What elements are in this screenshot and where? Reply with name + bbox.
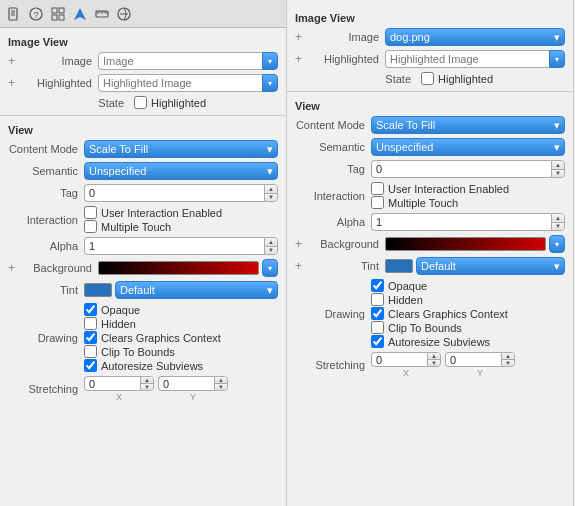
right-stretch-y-stepper: ▲ ▼ — [501, 352, 515, 367]
right-tint-swatch[interactable] — [385, 259, 413, 273]
right-alpha-label: Alpha — [295, 216, 365, 228]
right-background-swatch[interactable] — [385, 237, 546, 251]
left-stretch-y-down[interactable]: ▼ — [215, 383, 227, 390]
left-content-mode-select[interactable]: Scale To Fill ▾ — [84, 140, 278, 158]
left-semantic-select[interactable]: Unspecified ▾ — [84, 162, 278, 180]
right-alpha-up[interactable]: ▲ — [552, 214, 564, 222]
left-highlighted-select[interactable]: ▾ — [98, 74, 278, 92]
right-opaque-checkbox[interactable] — [371, 279, 384, 292]
right-stretch-y-input[interactable] — [445, 352, 501, 367]
right-clears-label[interactable]: Clears Graphics Context — [371, 307, 508, 320]
right-highlighted-arrow[interactable]: ▾ — [549, 50, 565, 68]
right-user-interaction-label[interactable]: User Interaction Enabled — [371, 182, 509, 195]
right-image-plus[interactable]: + — [295, 30, 305, 44]
left-highlighted-arrow[interactable]: ▾ — [262, 74, 278, 92]
right-opaque-label[interactable]: Opaque — [371, 279, 508, 292]
left-image-label: Image — [22, 55, 92, 67]
right-tag-up[interactable]: ▲ — [552, 161, 564, 169]
left-highlighted-input[interactable] — [98, 74, 262, 92]
right-hidden-checkbox[interactable] — [371, 293, 384, 306]
right-autoresize-checkbox[interactable] — [371, 335, 384, 348]
left-autoresize-label[interactable]: Autoresize Subviews — [84, 359, 221, 372]
left-autoresize-checkbox[interactable] — [84, 359, 97, 372]
right-clip-checkbox[interactable] — [371, 321, 384, 334]
right-clip-label[interactable]: Clip To Bounds — [371, 321, 508, 334]
left-background-swatch[interactable] — [98, 261, 259, 275]
right-hidden-label[interactable]: Hidden — [371, 293, 508, 306]
right-clip-text: Clip To Bounds — [388, 322, 462, 334]
left-tag-down[interactable]: ▼ — [265, 193, 277, 202]
left-tint-select[interactable]: Default ▾ — [115, 281, 278, 299]
left-clip-label[interactable]: Clip To Bounds — [84, 345, 221, 358]
right-highlighted-plus[interactable]: + — [295, 52, 305, 66]
left-clears-label[interactable]: Clears Graphics Context — [84, 331, 221, 344]
left-user-interaction-label[interactable]: User Interaction Enabled — [84, 206, 222, 219]
right-tag-input[interactable] — [371, 160, 551, 178]
right-autoresize-label[interactable]: Autoresize Subviews — [371, 335, 508, 348]
right-stretch-x-down[interactable]: ▼ — [428, 359, 440, 366]
left-tag-up[interactable]: ▲ — [265, 185, 277, 193]
right-background-arrow[interactable]: ▾ — [549, 235, 565, 253]
left-hidden-label[interactable]: Hidden — [84, 317, 221, 330]
right-tint-select[interactable]: Default ▾ — [416, 257, 565, 275]
right-image-label: Image — [309, 31, 379, 43]
right-view-header: View — [287, 96, 573, 114]
svg-marker-10 — [74, 8, 86, 20]
left-background-row: + Background ▾ — [0, 257, 286, 279]
left-stretch-x-input[interactable] — [84, 376, 140, 391]
grid-icon[interactable] — [50, 6, 66, 22]
left-multiple-touch-checkbox[interactable] — [84, 220, 97, 233]
circle-icon[interactable] — [116, 6, 132, 22]
left-image-input[interactable] — [98, 52, 262, 70]
right-semantic-select[interactable]: Unspecified ▾ — [371, 138, 565, 156]
left-clears-checkbox[interactable] — [84, 331, 97, 344]
left-hidden-checkbox[interactable] — [84, 317, 97, 330]
left-clip-checkbox[interactable] — [84, 345, 97, 358]
ruler-icon[interactable] — [94, 6, 110, 22]
left-content-mode-arrow: ▾ — [267, 143, 273, 156]
right-stretch-y-down[interactable]: ▼ — [502, 359, 514, 366]
left-background-arrow[interactable]: ▾ — [262, 259, 278, 277]
right-stretch-x-input[interactable] — [371, 352, 427, 367]
right-interaction-row: Interaction User Interaction Enabled Mul… — [287, 180, 573, 211]
question-icon[interactable]: ? — [28, 6, 44, 22]
right-alpha-input[interactable] — [371, 213, 551, 231]
left-user-interaction-text: User Interaction Enabled — [101, 207, 222, 219]
right-user-interaction-checkbox[interactable] — [371, 182, 384, 195]
left-tint-swatch[interactable] — [84, 283, 112, 297]
left-drawing-label: Drawing — [8, 332, 78, 344]
doc-icon[interactable] — [6, 6, 22, 22]
right-alpha-down[interactable]: ▼ — [552, 222, 564, 231]
left-multiple-touch-label[interactable]: Multiple Touch — [84, 220, 222, 233]
right-content-mode-select[interactable]: Scale To Fill ▾ — [371, 116, 565, 134]
left-state-checkbox[interactable] — [134, 96, 147, 109]
left-image-arrow[interactable]: ▾ — [262, 52, 278, 70]
left-alpha-down[interactable]: ▼ — [265, 246, 277, 255]
left-stretch-x-down[interactable]: ▼ — [141, 383, 153, 390]
left-highlighted-plus[interactable]: + — [8, 76, 18, 90]
left-tag-input[interactable] — [84, 184, 264, 202]
left-alpha-up[interactable]: ▲ — [265, 238, 277, 246]
right-bg-plus[interactable]: + — [295, 237, 305, 251]
left-opaque-checkbox[interactable] — [84, 303, 97, 316]
right-highlighted-input[interactable] — [385, 50, 549, 68]
left-bg-plus[interactable]: + — [8, 261, 18, 275]
right-multiple-touch-checkbox[interactable] — [371, 196, 384, 209]
left-x-label: X — [116, 392, 122, 402]
right-multiple-touch-label[interactable]: Multiple Touch — [371, 196, 509, 209]
left-opaque-label[interactable]: Opaque — [84, 303, 221, 316]
left-image-plus[interactable]: + — [8, 54, 18, 68]
right-highlighted-select[interactable]: ▾ — [385, 50, 565, 68]
right-image-select[interactable]: dog.png ▾ — [385, 28, 565, 46]
left-stretch-y-input[interactable] — [158, 376, 214, 391]
left-image-view-header: Image View — [0, 32, 286, 50]
right-tag-down[interactable]: ▼ — [552, 169, 564, 178]
right-tint-plus[interactable]: + — [295, 259, 305, 273]
right-clears-checkbox[interactable] — [371, 307, 384, 320]
right-state-checkbox[interactable] — [421, 72, 434, 85]
left-user-interaction-checkbox[interactable] — [84, 206, 97, 219]
left-alpha-input[interactable] — [84, 237, 264, 255]
left-image-select[interactable]: ▾ — [98, 52, 278, 70]
right-drawing-label: Drawing — [295, 308, 365, 320]
arrow-icon[interactable] — [72, 6, 88, 22]
